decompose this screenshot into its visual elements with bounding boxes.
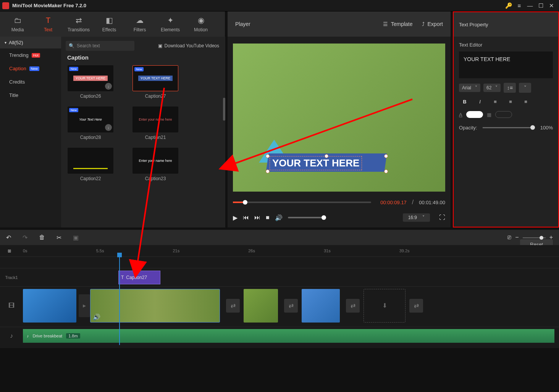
filters-icon: ☁ bbox=[136, 16, 144, 25]
minimize-icon[interactable]: — bbox=[525, 2, 535, 9]
transition-slot[interactable]: ⇄ bbox=[226, 299, 240, 313]
tab-effects[interactable]: ◧Effects bbox=[94, 13, 124, 35]
download-icon[interactable]: ↓ bbox=[105, 124, 112, 131]
video-preview[interactable]: YOUR TEXT HERE bbox=[233, 44, 445, 192]
align-center-button[interactable]: ≡ bbox=[505, 97, 516, 106]
text-color-swatch[interactable] bbox=[466, 111, 483, 118]
key-icon[interactable]: 🔑 bbox=[503, 2, 514, 9]
undo-icon[interactable]: ↶ bbox=[6, 234, 11, 241]
zoom-slider[interactable] bbox=[523, 237, 546, 238]
caption-thumb-22[interactable]: Caption22 bbox=[66, 148, 115, 181]
caption-thumb-27[interactable]: NewYOUR TEXT HERE Caption27 bbox=[131, 65, 180, 99]
export-button[interactable]: ⤴Export bbox=[422, 21, 443, 27]
video-clip[interactable] bbox=[244, 289, 278, 323]
template-button[interactable]: ☰Template bbox=[383, 21, 413, 27]
sidebar-item-trending[interactable]: TrendingHot bbox=[0, 48, 61, 62]
menu-icon[interactable]: ≡ bbox=[514, 2, 525, 9]
folder-icon: 🗀 bbox=[14, 16, 21, 25]
opacity-slider[interactable] bbox=[483, 127, 535, 128]
text-clip[interactable]: TCaption27 bbox=[118, 271, 160, 284]
audio-track-icon: ♪ bbox=[0, 332, 23, 339]
text-editor-label: Text Editor bbox=[459, 42, 553, 48]
new-badge: New bbox=[29, 66, 39, 71]
zoom-out-icon[interactable]: − bbox=[515, 234, 519, 241]
line-spacing-button[interactable]: ↕≡ bbox=[504, 83, 516, 93]
tab-motion[interactable]: ◉Motion bbox=[186, 13, 216, 35]
play-icon[interactable]: ▶ bbox=[233, 214, 237, 221]
sidebar-item-credits[interactable]: Credits bbox=[0, 75, 61, 89]
audio-clip[interactable]: ♪Drive breakbeat 1.8m bbox=[23, 329, 554, 343]
transition-slot[interactable]: ⇄ bbox=[284, 299, 298, 313]
download-icon[interactable]: ↓ bbox=[105, 83, 112, 90]
split-icon[interactable]: ✂ bbox=[57, 234, 61, 241]
video-clip[interactable]: 🔊 bbox=[90, 289, 220, 323]
volume-slider[interactable] bbox=[288, 217, 326, 218]
scrollbar[interactable] bbox=[223, 98, 225, 121]
align-right-button[interactable]: ≡ bbox=[520, 97, 532, 106]
transition-slot[interactable]: ⇄ bbox=[346, 299, 360, 313]
download-youtube-button[interactable]: ▣Download YouTube Videos bbox=[158, 43, 224, 48]
caption-text-overlay[interactable]: YOUR TEXT HERE bbox=[270, 156, 362, 170]
tab-text[interactable]: TText bbox=[33, 13, 63, 35]
caption-thumb-21[interactable]: Enter your name here Caption21 bbox=[131, 106, 180, 140]
crop-icon[interactable]: ▣ bbox=[73, 234, 79, 241]
caption-thumb-23[interactable]: Enter your name here Caption23 bbox=[131, 148, 180, 181]
chevron-down-icon: ˅ bbox=[422, 215, 425, 220]
transition-slot[interactable]: ⇄ bbox=[409, 299, 423, 313]
tab-filters[interactable]: ☁Filters bbox=[124, 13, 155, 35]
drop-zone[interactable]: ⬇ bbox=[364, 289, 406, 323]
time-current: 00:00:09.17 bbox=[380, 200, 407, 205]
maximize-icon[interactable]: ☐ bbox=[535, 2, 546, 9]
prev-frame-icon[interactable]: ⏮ bbox=[243, 214, 249, 221]
text-input[interactable]: YOUR TEXT HERE bbox=[459, 52, 553, 78]
seek-bar[interactable] bbox=[233, 202, 371, 203]
tab-transitions[interactable]: ⇄Transitions bbox=[63, 13, 94, 35]
app-title: MiniTool MovieMaker Free 7.2.0 bbox=[12, 3, 86, 8]
timeline: ⊞ 0s 5.5s 21s 26s 31s 39.2s Track1 TCapt… bbox=[0, 245, 559, 348]
caption-thumb-26[interactable]: NewYOUR TEXT HERE↓ Caption26 bbox=[66, 65, 115, 99]
text-icon: T bbox=[46, 16, 50, 25]
category-sidebar: All(52) TrendingHot CaptionNew Credits T… bbox=[0, 37, 61, 227]
add-track-icon[interactable]: ⊞ bbox=[8, 248, 11, 253]
close-icon[interactable]: ✕ bbox=[546, 2, 557, 9]
fit-icon[interactable]: ⎚ bbox=[507, 234, 511, 241]
highlight-icon[interactable]: ▦ bbox=[487, 112, 491, 118]
italic-button[interactable]: I bbox=[474, 97, 486, 106]
tab-media[interactable]: 🗀Media bbox=[2, 13, 33, 35]
elements-icon: ✦ bbox=[167, 16, 174, 25]
video-track-icon: 🎞 bbox=[0, 302, 23, 309]
more-button[interactable]: ˅ bbox=[519, 83, 531, 93]
video-clip[interactable] bbox=[23, 289, 76, 323]
video-clip[interactable] bbox=[302, 289, 340, 323]
youtube-icon: ▣ bbox=[158, 43, 162, 48]
font-size-select[interactable]: 62˅ bbox=[483, 84, 501, 92]
template-icon: ☰ bbox=[383, 21, 388, 27]
playhead[interactable] bbox=[119, 255, 120, 345]
search-input[interactable]: 🔍Search text bbox=[66, 41, 134, 51]
stop-icon[interactable]: ■ bbox=[266, 214, 270, 221]
opacity-label: Opacity: bbox=[459, 125, 477, 131]
transitions-icon: ⇄ bbox=[76, 16, 82, 25]
bold-button[interactable]: B bbox=[459, 97, 470, 106]
align-left-button[interactable]: ≡ bbox=[490, 97, 501, 106]
volume-icon[interactable]: 🔊 bbox=[275, 214, 283, 221]
aspect-ratio-select[interactable]: 16:9˅ bbox=[403, 213, 430, 222]
fullscreen-icon[interactable]: ⛶ bbox=[439, 214, 445, 221]
sidebar-item-caption[interactable]: CaptionNew bbox=[0, 62, 61, 75]
sidebar-item-title[interactable]: Title bbox=[0, 89, 61, 102]
transition-slot[interactable]: ▸ bbox=[79, 294, 90, 317]
delete-icon[interactable]: 🗑 bbox=[39, 234, 45, 241]
redo-icon[interactable]: ↷ bbox=[23, 234, 27, 241]
text-property-panel: Text Editor YOUR TEXT HERE Arial˅ 62˅ ↕≡… bbox=[453, 37, 559, 227]
app-logo bbox=[2, 2, 9, 9]
sidebar-all[interactable]: All(52) bbox=[0, 37, 61, 48]
section-title: Caption bbox=[67, 54, 224, 61]
next-frame-icon[interactable]: ⏭ bbox=[254, 214, 260, 221]
chevron-down-icon: ˅ bbox=[495, 85, 498, 90]
text-color-icon[interactable]: A bbox=[459, 112, 462, 118]
highlight-swatch[interactable] bbox=[495, 111, 512, 118]
tab-elements[interactable]: ✦Elements bbox=[155, 13, 186, 35]
caption-thumb-28[interactable]: NewYour Text Here↓ Caption28 bbox=[66, 106, 115, 140]
font-select[interactable]: Arial˅ bbox=[459, 84, 480, 92]
text-icon: T bbox=[121, 275, 124, 280]
